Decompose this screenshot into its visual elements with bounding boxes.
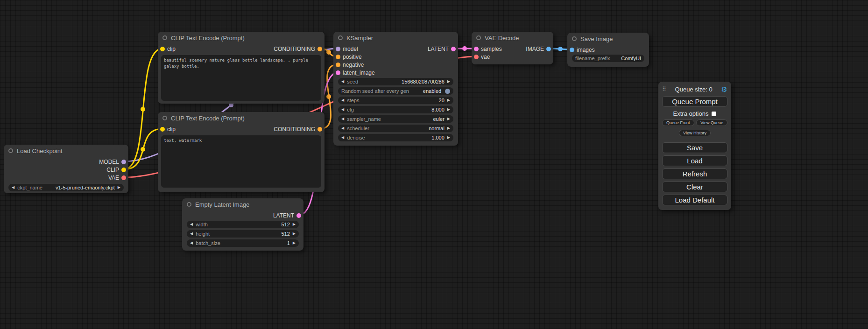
width-widget[interactable]: ◀ width 512 ▶: [187, 221, 299, 228]
model-output-dot-icon[interactable]: [121, 160, 126, 164]
collapse-toggle-icon[interactable]: [162, 35, 167, 40]
node-save-image-header[interactable]: Save Image: [567, 33, 649, 45]
drag-handle-icon[interactable]: ⠿: [662, 86, 666, 92]
vae-output-dot-icon[interactable]: [121, 175, 126, 180]
output-label: LATENT: [273, 212, 294, 219]
clip-output-dot-icon[interactable]: [121, 168, 126, 172]
latent-output-dot-icon[interactable]: [451, 47, 456, 51]
output-label: CONDITIONING: [274, 46, 315, 52]
collapse-toggle-icon[interactable]: [338, 35, 343, 40]
view-queue-button[interactable]: View Queue: [696, 119, 727, 126]
positive-input-dot-icon[interactable]: [336, 55, 340, 59]
model-input-dot-icon[interactable]: [336, 47, 340, 51]
increment-icon[interactable]: ▶: [293, 241, 296, 245]
settings-gear-icon[interactable]: ⚙: [721, 86, 727, 93]
decrement-icon[interactable]: ◀: [341, 117, 344, 121]
latent-output-dot-icon[interactable]: [296, 213, 301, 218]
node-empty-latent-image[interactable]: Empty Latent Image LATENT ◀ width 512 ▶ …: [182, 198, 303, 251]
input-slot-model: model: [333, 45, 377, 53]
conditioning-output-dot-icon[interactable]: [318, 47, 322, 51]
decrement-icon[interactable]: ◀: [341, 98, 344, 102]
node-clip-text-encode-negative-header[interactable]: CLIP Text Encode (Prompt): [158, 112, 325, 124]
increment-icon[interactable]: ▶: [118, 186, 120, 189]
wire-midpoint-dot: [141, 147, 145, 152]
decrement-icon[interactable]: ◀: [341, 126, 344, 130]
node-ksampler-header[interactable]: KSampler: [333, 32, 458, 44]
increment-icon[interactable]: ▶: [293, 223, 296, 226]
widget-label: filename_prefix: [575, 56, 610, 61]
node-title: Load Checkpoint: [17, 147, 63, 154]
batch-size-widget[interactable]: ◀ batch_size 1 ▶: [187, 239, 299, 247]
vae-input-dot-icon[interactable]: [474, 55, 479, 59]
ckpt-name-widget[interactable]: ◀ ckpt_name v1-5-pruned-emaonly.ckpt ▶: [8, 184, 124, 191]
refresh-button[interactable]: Refresh: [662, 168, 727, 179]
increment-icon[interactable]: ▶: [447, 108, 450, 112]
input-slot-positive: positive: [333, 53, 377, 61]
seed-widget[interactable]: ◀ seed 156680208700286 ▶: [338, 78, 453, 85]
latent-input-dot-icon[interactable]: [336, 70, 340, 75]
image-output-dot-icon[interactable]: [546, 47, 551, 51]
queue-front-button[interactable]: Queue Front: [662, 119, 694, 126]
load-button[interactable]: Load: [662, 155, 727, 166]
input-label: latent_image: [343, 70, 375, 76]
images-input-dot-icon[interactable]: [570, 48, 574, 52]
widget-label: scheduler: [347, 126, 369, 131]
increment-icon[interactable]: ▶: [447, 126, 450, 130]
collapse-toggle-icon[interactable]: [162, 116, 167, 120]
filename-prefix-widget[interactable]: filename_prefix ComfyUI: [572, 55, 644, 62]
widget-value: 1: [287, 240, 290, 246]
node-empty-latent-image-header[interactable]: Empty Latent Image: [182, 198, 303, 210]
increment-icon[interactable]: ▶: [447, 117, 450, 121]
extra-options-checkbox[interactable]: [712, 112, 716, 116]
view-history-button[interactable]: View History: [679, 130, 711, 136]
collapse-toggle-icon[interactable]: [476, 35, 481, 40]
queue-prompt-button[interactable]: Queue Prompt: [662, 96, 727, 107]
node-vae-decode-header[interactable]: VAE Decode: [472, 32, 553, 44]
toggle-on-icon[interactable]: [445, 89, 450, 94]
collapse-toggle-icon[interactable]: [8, 148, 13, 153]
scheduler-widget[interactable]: ◀ scheduler normal ▶: [338, 125, 453, 132]
steps-widget[interactable]: ◀ steps 20 ▶: [338, 97, 453, 104]
decrement-icon[interactable]: ◀: [341, 80, 344, 84]
load-default-button[interactable]: Load Default: [662, 195, 727, 205]
output-slot-conditioning: CONDITIONING: [271, 45, 325, 53]
node-save-image[interactable]: Save Image images filename_prefix ComfyU…: [567, 33, 649, 67]
negative-input-dot-icon[interactable]: [336, 63, 340, 67]
clip-input-dot-icon[interactable]: [160, 47, 165, 51]
input-label: images: [577, 47, 595, 53]
increment-icon[interactable]: ▶: [447, 98, 450, 102]
conditioning-output-dot-icon[interactable]: [318, 127, 322, 132]
collapse-toggle-icon[interactable]: [572, 36, 577, 41]
denoise-widget[interactable]: ◀ denoise 1.000 ▶: [338, 134, 453, 141]
collapse-toggle-icon[interactable]: [187, 202, 191, 207]
increment-icon[interactable]: ▶: [447, 136, 450, 140]
positive-prompt-textarea[interactable]: beautiful scenery nature glass bottle la…: [161, 55, 321, 101]
random-seed-widget[interactable]: Random seed after every gen enabled: [338, 87, 453, 95]
decrement-icon[interactable]: ◀: [341, 136, 344, 140]
clear-button[interactable]: Clear: [662, 182, 727, 192]
node-clip-text-encode-positive-header[interactable]: CLIP Text Encode (Prompt): [158, 32, 325, 44]
widget-value: 156680208700286: [402, 79, 445, 84]
decrement-icon[interactable]: ◀: [341, 108, 344, 112]
node-vae-decode[interactable]: VAE Decode samples vae IMAGE: [472, 32, 553, 64]
decrement-icon[interactable]: ◀: [190, 241, 193, 245]
node-graph-canvas[interactable]: { "colors": { "model": "#b39ddb", "clip"…: [0, 0, 868, 329]
decrement-icon[interactable]: ◀: [12, 186, 14, 189]
node-load-checkpoint-header[interactable]: Load Checkpoint: [4, 145, 128, 157]
sampler-name-widget[interactable]: ◀ sampler_name euler ▶: [338, 115, 453, 123]
save-button[interactable]: Save: [662, 142, 727, 153]
node-clip-text-encode-negative[interactable]: CLIP Text Encode (Prompt) clip CONDITION…: [158, 112, 325, 192]
node-clip-text-encode-positive[interactable]: CLIP Text Encode (Prompt) clip CONDITION…: [158, 32, 325, 104]
node-ksampler[interactable]: KSampler model positive negative la: [333, 32, 458, 146]
samples-input-dot-icon[interactable]: [474, 47, 479, 51]
cfg-widget[interactable]: ◀ cfg 8.000 ▶: [338, 106, 453, 113]
height-widget[interactable]: ◀ height 512 ▶: [187, 230, 299, 238]
increment-icon[interactable]: ▶: [293, 232, 296, 236]
node-load-checkpoint[interactable]: Load Checkpoint MODEL CLIP VAE ◀ ckpt_na…: [4, 145, 128, 193]
increment-icon[interactable]: ▶: [447, 80, 450, 84]
widget-label: Random seed after every gen: [341, 88, 409, 94]
decrement-icon[interactable]: ◀: [190, 232, 193, 236]
clip-input-dot-icon[interactable]: [160, 127, 165, 132]
negative-prompt-textarea[interactable]: text, watermark: [161, 135, 321, 188]
decrement-icon[interactable]: ◀: [190, 223, 193, 226]
